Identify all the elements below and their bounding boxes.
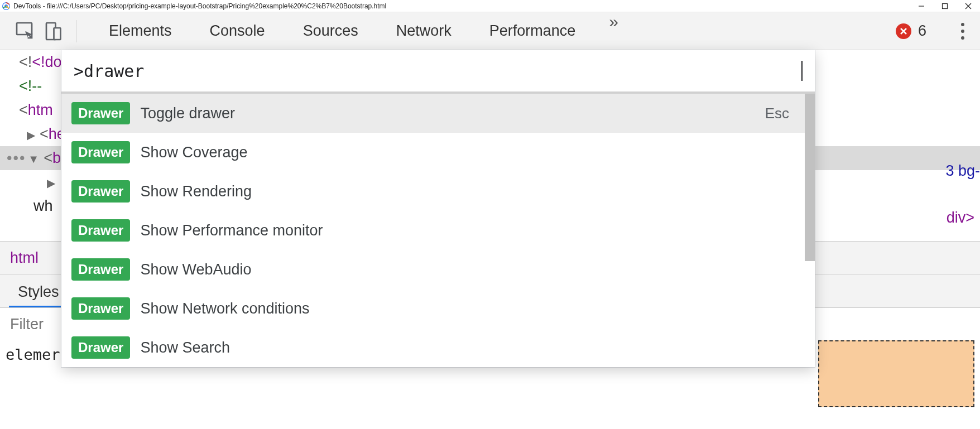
command-menu-list: Drawer Toggle drawer Esc Drawer Show Cov… — [61, 94, 815, 367]
code-fragment: <!-- — [19, 78, 42, 94]
command-category-badge: Drawer — [71, 102, 130, 124]
command-item[interactable]: Drawer Show Rendering — [61, 172, 815, 211]
box-model-margin[interactable] — [818, 340, 974, 407]
tab-styles[interactable]: Styles — [8, 278, 69, 307]
tab-elements[interactable]: Elements — [90, 12, 191, 50]
tab-sources[interactable]: Sources — [284, 12, 377, 50]
code-fragment-right: div> — [947, 209, 974, 226]
code-fragment: htm — [28, 102, 53, 118]
command-category-badge: Drawer — [71, 141, 130, 163]
window-maximize-button[interactable] — [940, 1, 950, 11]
expand-triangle-icon[interactable]: ▶ — [27, 128, 35, 142]
command-item[interactable]: Drawer Show WebAudio — [61, 250, 815, 289]
error-count[interactable]: 6 — [918, 22, 926, 40]
tab-network[interactable]: Network — [377, 12, 470, 50]
command-item[interactable]: Drawer Show Coverage — [61, 133, 815, 172]
svg-rect-3 — [943, 3, 948, 8]
collapse-triangle-icon[interactable]: ▼ — [28, 153, 39, 166]
window-titlebar: DevTools - file:///C:/Users/PC/Desktop/p… — [0, 0, 980, 12]
command-category-badge: Drawer — [71, 180, 130, 203]
command-label: Show WebAudio — [140, 261, 251, 278]
command-category-badge: Drawer — [71, 258, 130, 281]
command-shortcut-hint: Esc — [765, 105, 805, 122]
command-label: Toggle drawer — [140, 105, 235, 122]
command-item[interactable]: Drawer Show Network conditions — [61, 289, 815, 328]
command-menu-input[interactable] — [74, 61, 800, 81]
settings-menu-icon[interactable] — [955, 23, 970, 40]
panel-tabs: Elements Console Sources Network Perform… — [90, 12, 630, 50]
command-category-badge: Drawer — [71, 336, 130, 359]
inspect-element-icon[interactable] — [11, 17, 39, 45]
code-fragment: <!do — [32, 54, 61, 70]
svg-rect-6 — [17, 23, 32, 35]
window-minimize-button[interactable] — [916, 1, 926, 11]
code-fragment: wh — [33, 197, 53, 214]
command-label: Show Network conditions — [140, 300, 309, 317]
tab-performance[interactable]: Performance — [470, 12, 595, 50]
command-menu: Drawer Toggle drawer Esc Drawer Show Cov… — [61, 50, 815, 367]
svg-rect-8 — [54, 28, 61, 40]
overflow-dots-icon[interactable]: ••• — [7, 150, 28, 166]
command-label: Show Rendering — [140, 183, 252, 200]
error-icon[interactable] — [896, 23, 911, 39]
code-fragment-right: 3 bg- — [945, 162, 980, 180]
text-caret — [801, 61, 803, 81]
device-toolbar-icon[interactable] — [39, 17, 67, 45]
breadcrumb-item[interactable]: html — [10, 249, 39, 267]
more-tabs-icon[interactable]: » — [598, 12, 630, 50]
expand-triangle-icon[interactable]: ▶ — [47, 176, 55, 190]
tab-console[interactable]: Console — [191, 12, 284, 50]
window-title: DevTools - file:///C:/Users/PC/Desktop/p… — [13, 2, 916, 10]
command-category-badge: Drawer — [71, 297, 130, 320]
command-category-badge: Drawer — [71, 219, 130, 242]
command-item[interactable]: Drawer Toggle drawer Esc — [61, 94, 815, 133]
toolbar-separator — [76, 20, 76, 42]
chrome-icon — [2, 2, 10, 10]
command-label: Show Search — [140, 339, 230, 356]
command-label: Show Performance monitor — [140, 222, 323, 239]
command-item[interactable]: Drawer Show Search — [61, 328, 815, 367]
window-close-button[interactable] — [963, 1, 973, 11]
scrollbar-thumb[interactable] — [805, 94, 815, 261]
command-label: Show Coverage — [140, 144, 247, 161]
devtools-toolbar: Elements Console Sources Network Perform… — [0, 12, 980, 50]
element-style-fragment: elemer — [0, 340, 60, 363]
command-item[interactable]: Drawer Show Performance monitor — [61, 211, 815, 250]
